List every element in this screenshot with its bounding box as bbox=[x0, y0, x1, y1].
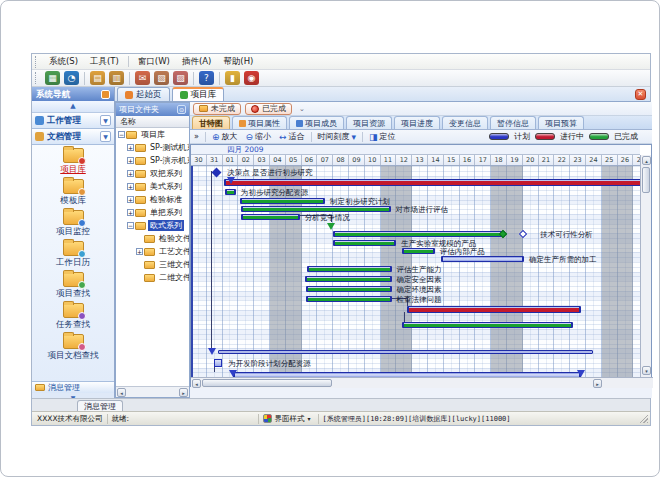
close-icon[interactable]: ✕ bbox=[635, 89, 646, 100]
mail-icon[interactable]: ✉ bbox=[135, 71, 150, 85]
tree-node-二维文件[interactable]: 二维文件 bbox=[116, 271, 189, 284]
expand-icon[interactable]: + bbox=[127, 144, 134, 151]
chevron-icon[interactable]: ▼ bbox=[100, 115, 111, 126]
tree-node-单把系列[interactable]: +单把系列 bbox=[116, 206, 189, 219]
scroll-left-icon[interactable]: ◂ bbox=[117, 388, 126, 397]
menu-gripper[interactable] bbox=[35, 56, 40, 68]
tab-甘特图[interactable]: 甘特图 bbox=[192, 116, 230, 129]
computer-icon[interactable]: ▦ bbox=[45, 71, 60, 85]
expand-icon[interactable]: + bbox=[127, 170, 134, 177]
menu-item-0[interactable]: 系统(S) bbox=[43, 54, 84, 70]
task-bar-done[interactable] bbox=[241, 206, 391, 212]
expand-icon[interactable]: + bbox=[136, 248, 143, 255]
menu-item-3[interactable]: 插件(A) bbox=[176, 54, 217, 70]
sidebar-item-项目库[interactable]: 项目库 bbox=[32, 147, 114, 177]
gantt-toolbar-more[interactable]: » bbox=[190, 131, 203, 143]
expand-icon[interactable]: + bbox=[127, 196, 134, 203]
tree-horizontal-scrollbar[interactable]: ◂ ▸ bbox=[116, 386, 189, 397]
tab-变更信息[interactable]: 变更信息 bbox=[442, 116, 488, 129]
tree-node-项目库[interactable]: −项目库 bbox=[116, 128, 189, 141]
tree-node-检验标准[interactable]: +检验标准 bbox=[116, 193, 189, 206]
window-go-icon[interactable]: ▨ bbox=[173, 71, 188, 85]
milestone-diamond[interactable] bbox=[212, 167, 222, 177]
sidebar-collapse-button[interactable]: ▲ bbox=[32, 101, 114, 113]
menu-item-4[interactable]: 帮助(H) bbox=[217, 54, 259, 70]
task-bar-done[interactable] bbox=[225, 189, 236, 195]
task-bar-done[interactable] bbox=[240, 198, 325, 204]
tree-node-双把系列[interactable]: +双把系列 bbox=[116, 167, 189, 180]
task-bar-summary[interactable] bbox=[218, 350, 593, 354]
open-folder-icon[interactable]: ▤ bbox=[90, 71, 105, 85]
expand-icon[interactable]: + bbox=[127, 157, 134, 164]
folder-view-icon[interactable]: ▥ bbox=[109, 71, 124, 85]
gantt-tool-时间刻度[interactable]: 时间刻度▾ bbox=[314, 131, 361, 143]
scroll-left-icon[interactable]: ◂ bbox=[192, 379, 201, 388]
collapse-icon[interactable]: − bbox=[118, 131, 125, 138]
task-bar-done[interactable] bbox=[305, 276, 392, 282]
sidebar-bottom-group[interactable]: 消息管理 bbox=[32, 381, 114, 393]
gantt-vertical-scrollbar[interactable]: ▴ ▾ bbox=[640, 155, 651, 377]
scroll-right-icon[interactable]: ▸ bbox=[593, 379, 602, 388]
menu-item-1[interactable]: 工具(T) bbox=[84, 54, 125, 70]
tree-node-SP-演示机系[interactable]: +SP-演示机系 bbox=[116, 154, 189, 167]
gantt-horizontal-scrollbar[interactable]: ◂ ▸ bbox=[191, 377, 653, 388]
sidebar-switch-icon[interactable] bbox=[101, 90, 110, 99]
scroll-right-icon[interactable]: ▸ bbox=[179, 388, 188, 397]
tab-项目属性[interactable]: 项目属性 bbox=[232, 116, 287, 129]
sidebar-group-工作管理[interactable]: 工作管理▼ bbox=[32, 113, 114, 129]
doc-tab-起始页[interactable]: 起始页 bbox=[117, 87, 170, 101]
tree-node-SP-测试机系[interactable]: +SP-测试机系 bbox=[116, 141, 189, 154]
gantt-tool-定位[interactable]: ◨定位 bbox=[365, 131, 400, 143]
tab-暂停信息[interactable]: 暂停信息 bbox=[490, 116, 536, 129]
tree-node-美式系列[interactable]: +美式系列 bbox=[116, 180, 189, 193]
sidebar-item-项目文档查找[interactable]: 项目文档查找 bbox=[32, 333, 114, 363]
task-bar-done[interactable] bbox=[333, 231, 505, 237]
power-icon[interactable]: ◉ bbox=[244, 71, 259, 85]
tree-node-工艺文件[interactable]: +工艺文件 bbox=[116, 245, 189, 258]
task-bar-done[interactable] bbox=[307, 266, 392, 272]
sidebar-item-项目查找[interactable]: 项目查找 bbox=[32, 271, 114, 301]
sidebar-item-任务查找[interactable]: 任务查找 bbox=[32, 302, 114, 332]
collapse-icon[interactable]: − bbox=[127, 222, 134, 229]
interface-style-button[interactable]: 界面样式 ▾ bbox=[263, 414, 314, 424]
tree-node-欧式系列[interactable]: −欧式系列 bbox=[116, 219, 189, 232]
expand-icon[interactable]: + bbox=[127, 209, 134, 216]
scroll-up-icon[interactable]: ▴ bbox=[642, 156, 651, 165]
chevron-icon[interactable]: ▼ bbox=[100, 131, 111, 142]
gantt-grid[interactable]: 决策点 是否进行初步研究为初步研究分配资源制定初步研究计划对市场进行评估分析竞争… bbox=[191, 166, 640, 377]
tree-column-header[interactable]: 名称 bbox=[116, 116, 189, 128]
tab-项目资源[interactable]: 项目资源 bbox=[346, 116, 392, 129]
gantt-tool-缩小[interactable]: ⊖缩小 bbox=[241, 131, 275, 143]
tab-项目预算[interactable]: 项目预算 bbox=[538, 116, 584, 129]
gantt-tool-放大[interactable]: ⊕放大 bbox=[208, 131, 242, 143]
scroll-down-icon[interactable]: ▾ bbox=[642, 366, 651, 375]
task-bar-done[interactable] bbox=[402, 322, 573, 328]
gantt-tool-适合[interactable]: ↔适合 bbox=[275, 131, 309, 143]
task-bar-done[interactable] bbox=[306, 286, 391, 292]
sidebar-item-工作日历[interactable]: 工作日历 bbox=[32, 240, 114, 270]
sidebar-item-项目监控[interactable]: 项目监控 bbox=[32, 209, 114, 239]
tree-node-检验文件[interactable]: 检验文件 bbox=[116, 232, 189, 245]
tree-node-三维文件[interactable]: 三维文件 bbox=[116, 258, 189, 271]
task-bar-done[interactable] bbox=[306, 296, 391, 302]
menu-item-2[interactable]: 窗口(W) bbox=[132, 54, 176, 70]
tab-项目成员[interactable]: 项目成员 bbox=[289, 116, 344, 129]
summary-task-icon[interactable] bbox=[214, 359, 222, 367]
task-bar-plan[interactable] bbox=[441, 256, 525, 262]
filter-more-chevron[interactable]: ⌄ bbox=[296, 105, 308, 113]
vertical-scroll-thumb[interactable] bbox=[642, 167, 650, 193]
resize-grip[interactable] bbox=[639, 414, 648, 423]
globe-icon[interactable]: ◔ bbox=[64, 71, 79, 85]
sidebar-item-模板库[interactable]: 模板库 bbox=[32, 178, 114, 208]
tab-项目进度[interactable]: 项目进度 bbox=[394, 116, 440, 129]
expand-icon[interactable]: + bbox=[127, 183, 134, 190]
window-config-icon[interactable]: ▧ bbox=[154, 71, 169, 85]
horizontal-scroll-thumb[interactable] bbox=[202, 379, 332, 387]
task-bar-done[interactable] bbox=[333, 240, 396, 246]
pin-icon[interactable]: ⊙ bbox=[177, 105, 186, 114]
filter-button-已完成[interactable]: 已完成 bbox=[245, 103, 292, 115]
sidebar-group-文档管理[interactable]: 文档管理▼ bbox=[32, 129, 114, 145]
task-bar-done[interactable] bbox=[402, 248, 435, 254]
task-bar-progress[interactable] bbox=[407, 306, 582, 313]
toolbar-gripper[interactable] bbox=[35, 72, 40, 85]
